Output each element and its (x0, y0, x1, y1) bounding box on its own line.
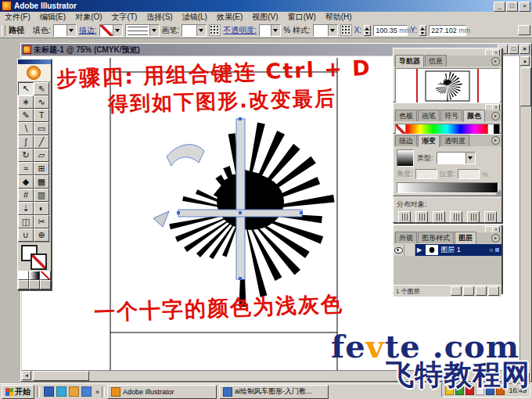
rotate-tool[interactable]: ↻ (18, 149, 34, 162)
new-sublayer-button[interactable] (463, 286, 474, 296)
gradient-tab-0[interactable]: 描边 (395, 135, 417, 146)
dock-palette-button[interactable] (518, 25, 530, 35)
color-tab-3[interactable]: 颜色 (463, 110, 485, 122)
x-stepper[interactable] (364, 25, 371, 36)
slice-tool[interactable]: ◫ (18, 215, 34, 228)
distribute-button-5[interactable] (484, 211, 497, 223)
menu-item-4[interactable]: 选择(S) (142, 12, 177, 23)
new-layer-button[interactable] (476, 286, 487, 296)
magic-wand-tool[interactable]: ∗ (18, 95, 34, 109)
gradient-mode-button[interactable] (29, 271, 40, 280)
color-tab-1[interactable]: 画笔 (418, 110, 440, 121)
up-arrow-icon[interactable] (364, 25, 371, 31)
palette-menu-icon[interactable]: ▸ (491, 136, 500, 145)
hand-tool[interactable]: ∪ (18, 228, 34, 242)
overflow-chevron-icon[interactable]: » (95, 388, 99, 396)
gradient-angle-field[interactable] (415, 169, 437, 179)
distribute-button-2[interactable] (433, 211, 445, 223)
fill-color-combo[interactable] (53, 24, 77, 37)
layer-name[interactable]: 图层 1 (440, 245, 461, 255)
selection-tool[interactable]: ↖ (18, 82, 34, 95)
brush-combo[interactable] (182, 24, 207, 37)
quick-launch-icon-3[interactable] (81, 386, 92, 397)
quick-launch-icon-1[interactable] (56, 386, 66, 397)
stroke-weight-combo[interactable] (125, 24, 160, 37)
minimize-button[interactable]: _ (494, 2, 505, 12)
navigator-thumbnail[interactable] (395, 68, 500, 106)
y-stepper[interactable] (419, 25, 426, 36)
layers-tab-1[interactable]: 图形样式 (418, 232, 454, 243)
dropdown-arrow-icon[interactable] (149, 25, 159, 36)
paintbrush-tool[interactable]: ʃ (18, 135, 34, 149)
distribute-button-1[interactable] (415, 211, 428, 223)
start-button[interactable]: 开始 (2, 385, 34, 399)
visibility-toggle[interactable] (394, 244, 404, 256)
down-arrow-icon[interactable] (364, 31, 371, 36)
scissors-tool[interactable]: ✂ (34, 215, 49, 228)
gradient-location-field[interactable] (458, 169, 480, 179)
symbol-sprayer-tool[interactable]: ◆ (18, 175, 34, 189)
doc-maximize-button[interactable]: □ (509, 45, 519, 54)
navigator-tab-0[interactable]: 导航器 (395, 55, 424, 67)
distribute-button-4[interactable] (467, 211, 480, 223)
cross-vertical-bar[interactable] (236, 119, 245, 279)
y-field[interactable]: 227.102 mm (429, 25, 466, 36)
resize-grip-icon[interactable] (495, 189, 501, 195)
opacity-combo[interactable] (259, 24, 281, 37)
gradient-tab-1[interactable]: 渐变 (418, 135, 440, 147)
task-button-0[interactable]: Adobe Illustrator (107, 385, 217, 399)
doc-close-button[interactable]: × (519, 45, 530, 54)
gradient-slider-bar[interactable] (397, 182, 498, 193)
opacity-label[interactable]: 不透明度: (223, 25, 257, 36)
color-tab-0[interactable]: 色板 (395, 110, 417, 121)
color-mode-button[interactable] (18, 271, 29, 280)
color-tab-2[interactable]: 符号 (440, 110, 462, 121)
menu-item-0[interactable]: 文件(F) (0, 12, 35, 23)
none-mode-button[interactable] (40, 271, 51, 280)
stroke-color-combo[interactable] (99, 24, 123, 37)
make-clip-mask-button[interactable] (451, 286, 462, 296)
control-bar-grip[interactable] (2, 25, 5, 36)
fullscreen-button[interactable] (40, 280, 51, 289)
menu-item-5[interactable]: 滤镜(L) (178, 12, 212, 23)
dropdown-arrow-icon[interactable] (328, 25, 337, 36)
standard-screen-button[interactable] (18, 280, 29, 289)
zoom-tool[interactable]: ⊕ (34, 228, 49, 242)
gradient-type-combo[interactable] (437, 152, 476, 164)
close-button[interactable]: × (519, 2, 530, 12)
palette-menu-icon[interactable]: ▸ (491, 234, 500, 243)
lock-toggle[interactable] (404, 244, 415, 256)
direct-selection-tool[interactable]: ⇖ (34, 82, 49, 95)
navigator-tab-1[interactable]: 信息 (425, 55, 447, 66)
pinwheel-center-blob[interactable] (217, 174, 284, 230)
menu-item-9[interactable]: 帮助(H) (321, 12, 357, 23)
menu-item-2[interactable]: 对象(O) (70, 12, 106, 23)
quick-launch-icon-0[interactable] (44, 386, 54, 397)
graph-tool[interactable]: ▦ (34, 175, 49, 189)
layer-row[interactable]: ▶ 图层 1 ○ (394, 244, 501, 256)
rectangle-tool[interactable]: ▭ (34, 122, 49, 135)
x-field[interactable]: 100.35 mm (373, 25, 408, 36)
fullscreen-menu-button[interactable] (29, 280, 40, 289)
app-titlebar[interactable]: Adobe Illustrator _ □ × (0, 0, 532, 12)
dropdown-arrow-icon[interactable] (113, 25, 122, 36)
gray-left-flag[interactable] (153, 211, 169, 227)
scroll-left-icon[interactable]: ◄ (22, 371, 31, 380)
type-tool[interactable]: T (34, 109, 49, 122)
menu-item-1[interactable]: 编辑(E) (35, 12, 70, 23)
vscroll-thumb[interactable] (520, 67, 531, 106)
gradient-preview-swatch[interactable] (397, 149, 414, 167)
layers-empty-area[interactable] (394, 256, 501, 285)
blend-tool[interactable]: ◐ (34, 202, 49, 215)
distribute-button-3[interactable] (450, 211, 462, 223)
pen-tool[interactable]: ✎ (18, 109, 34, 122)
quick-launch-icon-2[interactable] (69, 386, 79, 397)
style-combo[interactable] (313, 24, 338, 37)
scroll-up-icon[interactable]: ▲ (520, 56, 530, 66)
line-tool[interactable]: ∖ (18, 122, 34, 135)
layers-tab-2[interactable]: 图层 (455, 232, 476, 244)
dropdown-arrow-icon[interactable] (466, 153, 475, 164)
mesh-tool[interactable]: # (18, 189, 34, 202)
menu-item-6[interactable]: 效果(E) (212, 12, 247, 23)
layers-tab-0[interactable]: 外观 (395, 232, 417, 243)
